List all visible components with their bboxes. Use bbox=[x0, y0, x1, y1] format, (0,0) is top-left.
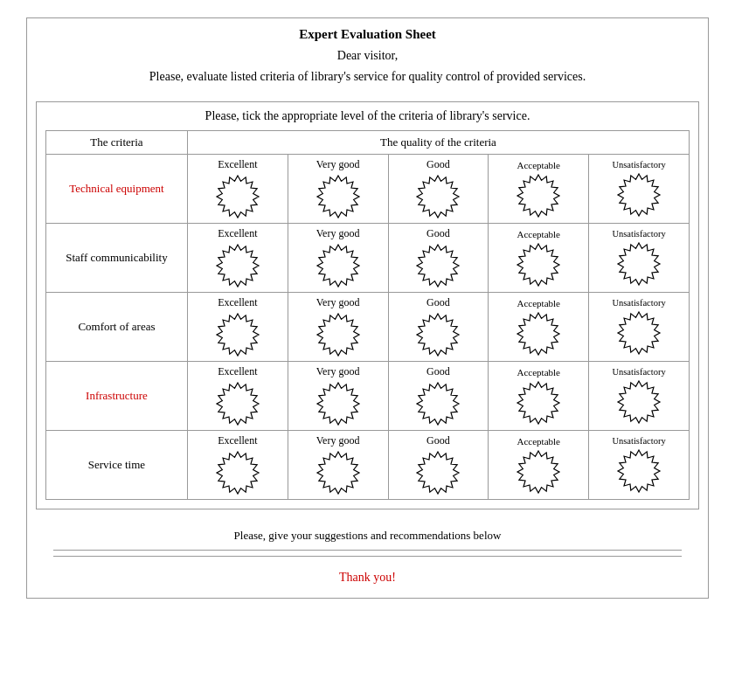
table-row: InfrastructureExcellent Very good Good A… bbox=[46, 362, 690, 431]
rating-label: Unsatisfactory bbox=[591, 436, 687, 446]
evaluation-table: The criteria The quality of the criteria… bbox=[45, 130, 690, 500]
intro-text: Please, evaluate listed criteria of libr… bbox=[45, 70, 690, 84]
rating-cell[interactable]: Very good bbox=[288, 362, 388, 431]
rating-label: Unsatisfactory bbox=[591, 229, 687, 239]
rating-cell[interactable]: Good bbox=[388, 155, 489, 224]
rating-label: Good bbox=[391, 365, 487, 378]
criteria-cell: Technical equipment bbox=[46, 155, 188, 224]
criteria-name: Comfort of areas bbox=[78, 320, 155, 333]
rating-label: Unsatisfactory bbox=[591, 160, 687, 170]
criteria-name: Service time bbox=[88, 458, 145, 471]
rating-cell[interactable]: Excellent bbox=[187, 155, 288, 224]
rating-label: Good bbox=[391, 227, 487, 240]
rating-label: Excellent bbox=[190, 158, 286, 171]
criteria-header: The criteria bbox=[46, 131, 188, 155]
rating-cell[interactable]: Good bbox=[388, 431, 489, 500]
rating-label: Acceptable bbox=[490, 160, 586, 170]
page: Expert Evaluation Sheet Dear visitor, Pl… bbox=[0, 0, 735, 700]
rating-cell[interactable]: Excellent bbox=[187, 431, 288, 500]
rating-label: Good bbox=[391, 158, 487, 171]
rating-cell[interactable]: Unsatisfactory bbox=[589, 155, 690, 224]
rating-cell[interactable]: Acceptable bbox=[489, 431, 589, 500]
rating-label: Acceptable bbox=[490, 229, 586, 239]
rating-cell[interactable]: Very good bbox=[288, 293, 388, 362]
suggestions-section: Please, give your suggestions and recomm… bbox=[27, 518, 708, 543]
table-row: Staff communicabilityExcellent Very good… bbox=[46, 224, 690, 293]
rating-cell[interactable]: Good bbox=[388, 224, 489, 293]
thank-you: Thank you! bbox=[27, 562, 708, 598]
criteria-cell: Staff communicability bbox=[46, 224, 188, 293]
rating-label: Very good bbox=[290, 296, 386, 309]
table-row: Service timeExcellent Very good Good Acc… bbox=[46, 431, 690, 500]
rating-cell[interactable]: Acceptable bbox=[489, 293, 589, 362]
page-title: Expert Evaluation Sheet bbox=[45, 27, 690, 42]
rating-label: Acceptable bbox=[490, 367, 586, 378]
rating-cell[interactable]: Unsatisfactory bbox=[589, 224, 690, 293]
rating-cell[interactable]: Good bbox=[388, 362, 489, 431]
dear-line: Dear visitor, bbox=[45, 49, 690, 63]
rating-label: Excellent bbox=[190, 227, 286, 240]
rating-cell[interactable]: Unsatisfactory bbox=[589, 362, 690, 431]
criteria-name: Staff communicability bbox=[66, 251, 167, 264]
rating-cell[interactable]: Excellent bbox=[187, 293, 288, 362]
rating-label: Acceptable bbox=[490, 436, 586, 447]
rating-cell[interactable]: Very good bbox=[288, 431, 388, 500]
rating-cell[interactable]: Good bbox=[388, 293, 489, 362]
rating-label: Acceptable bbox=[490, 298, 586, 308]
rating-label: Unsatisfactory bbox=[591, 367, 687, 377]
rating-label: Excellent bbox=[190, 365, 286, 378]
rating-label: Excellent bbox=[190, 434, 286, 447]
rating-cell[interactable]: Acceptable bbox=[489, 362, 589, 431]
rating-cell[interactable]: Acceptable bbox=[489, 224, 589, 293]
rating-label: Very good bbox=[290, 434, 386, 447]
header-section: Expert Evaluation Sheet Dear visitor, Pl… bbox=[27, 27, 708, 101]
rating-cell[interactable]: Unsatisfactory bbox=[589, 431, 690, 500]
criteria-cell: Infrastructure bbox=[46, 362, 188, 431]
criteria-name: Infrastructure bbox=[86, 389, 148, 402]
rating-cell[interactable]: Very good bbox=[288, 224, 388, 293]
criteria-cell: Comfort of areas bbox=[46, 293, 188, 362]
rating-cell[interactable]: Very good bbox=[288, 155, 388, 224]
line-section bbox=[27, 550, 708, 557]
table-row: Comfort of areasExcellent Very good Good… bbox=[46, 293, 690, 362]
criteria-name: Technical equipment bbox=[69, 182, 163, 195]
table-header-row: The criteria The quality of the criteria bbox=[46, 131, 690, 155]
divider-2 bbox=[53, 556, 682, 557]
divider-1 bbox=[53, 550, 682, 551]
rating-cell[interactable]: Unsatisfactory bbox=[589, 293, 690, 362]
quality-header: The quality of the criteria bbox=[187, 131, 689, 155]
rating-label: Good bbox=[391, 296, 487, 309]
rating-label: Very good bbox=[290, 158, 386, 171]
suggestions-text: Please, give your suggestions and recomm… bbox=[234, 529, 502, 542]
rating-label: Excellent bbox=[190, 296, 286, 309]
evaluation-section: Please, tick the appropriate level of th… bbox=[36, 101, 699, 509]
rating-cell[interactable]: Acceptable bbox=[489, 155, 589, 224]
rating-cell[interactable]: Excellent bbox=[187, 362, 288, 431]
rating-label: Unsatisfactory bbox=[591, 298, 687, 308]
tick-instruction: Please, tick the appropriate level of th… bbox=[45, 109, 690, 123]
rating-label: Very good bbox=[290, 227, 386, 240]
outer-border: Expert Evaluation Sheet Dear visitor, Pl… bbox=[26, 17, 709, 599]
rating-cell[interactable]: Excellent bbox=[187, 224, 288, 293]
criteria-cell: Service time bbox=[46, 431, 188, 500]
rating-label: Good bbox=[391, 434, 487, 447]
rating-label: Very good bbox=[290, 365, 386, 378]
table-row: Technical equipmentExcellent Very good G… bbox=[46, 155, 690, 224]
